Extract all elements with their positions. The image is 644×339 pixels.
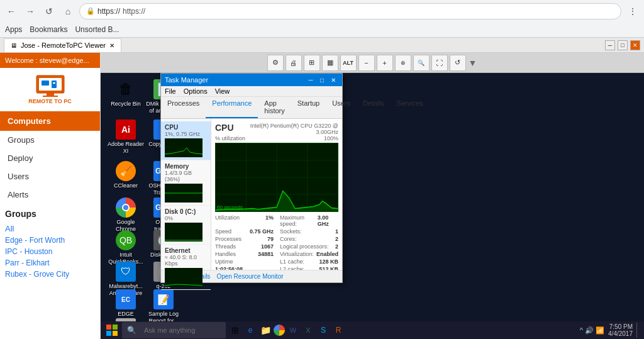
desktop-icon-ccleaner[interactable]: 🧹 CCleaner — [106, 160, 146, 191]
stat-l1-cache-label: L1 cache: — [280, 258, 304, 265]
page-content: Welcome : stevew@edge... — [0, 53, 644, 339]
refresh-toolbar-button[interactable]: ↺ — [450, 55, 466, 71]
desktop-icon-chrome[interactable]: Google Chrome — [106, 196, 146, 234]
group-parr[interactable]: Parr - Elkhart — [5, 257, 95, 269]
nav-computers[interactable]: Computers — [0, 111, 100, 131]
tab-app-history[interactable]: App history — [258, 97, 291, 118]
taskbar-task-view-icon[interactable]: ⊞ — [228, 323, 242, 337]
group-ipc[interactable]: IPC - Houston — [5, 246, 95, 257]
task-manager-titlebar: Task Manager ─ □ ✕ — [161, 74, 342, 86]
taskbar-word-icon[interactable]: W — [286, 323, 300, 337]
stat-max-speed: Maximum speed: 3.00 GHz — [280, 214, 338, 227]
stat-threads-label: Threads — [215, 243, 236, 250]
reload-button[interactable]: ↺ — [42, 4, 57, 19]
nav-deploy[interactable]: Deploy — [0, 149, 100, 167]
rtp-logo-area: REMOTE TO PC — [0, 68, 100, 111]
svg-rect-6 — [53, 82, 55, 84]
close-window-button[interactable]: ✕ — [630, 40, 640, 50]
group-rubex[interactable]: Rubex - Grove City — [5, 269, 95, 280]
maximize-window-button[interactable]: □ — [618, 40, 628, 50]
taskbar-edge-icon[interactable]: e — [243, 323, 257, 337]
task-manager-maximize-button[interactable]: □ — [317, 75, 327, 84]
tab-details[interactable]: Details — [357, 97, 391, 118]
zoom-in-toolbar-button[interactable]: + — [377, 55, 393, 71]
tab-users[interactable]: Users — [326, 97, 357, 118]
perf-memory-mini-graph — [165, 184, 203, 203]
settings-toolbar-button[interactable]: ⚙ — [267, 55, 284, 71]
grid2-toolbar-button[interactable]: ▦ — [322, 55, 338, 71]
tab-processes[interactable]: Processes — [161, 97, 206, 118]
stat-virtualization: Virtualization: Enabled — [280, 251, 338, 257]
perf-ethernet[interactable]: Ethernet ≈ 40.0 S: 8.0 Kbps — [161, 245, 211, 290]
start-button[interactable] — [104, 323, 119, 338]
taskbar-chrome-icon[interactable] — [274, 325, 285, 336]
svg-rect-16 — [113, 331, 118, 336]
task-manager-minimize-button[interactable]: ─ — [306, 75, 316, 84]
task-manager-close-button[interactable]: ✕ — [328, 75, 338, 84]
search-input[interactable] — [139, 323, 221, 337]
svg-rect-13 — [106, 325, 111, 330]
svg-rect-4 — [42, 81, 49, 86]
tm-menu-options[interactable]: Options — [184, 87, 208, 95]
show-desktop-button[interactable] — [636, 323, 640, 338]
cpu-graph-area: 60 seconds — [215, 143, 338, 212]
tm-menu-file[interactable]: File — [165, 87, 176, 95]
back-button[interactable]: ← — [4, 4, 19, 19]
perf-disk[interactable]: Disk 0 (C:) 0% — [161, 206, 211, 245]
stat-cores: Cores: 2 — [280, 236, 338, 242]
utilization-label: % utilization — [215, 135, 245, 142]
tab-startup[interactable]: Startup — [291, 97, 326, 118]
tab-close-icon[interactable]: ✕ — [109, 42, 114, 49]
desktop-icon-sample-log[interactable]: 📝 Sample Log Report for... — [145, 288, 182, 326]
desktop-icon-recycle-bin[interactable]: 🗑 Recycle Bin — [106, 78, 146, 109]
nav-alerts[interactable]: Alerts — [0, 186, 100, 204]
perf-cpu[interactable]: CPU 1%, 0.75 GHz — [161, 121, 211, 160]
perf-memory[interactable]: Memory 1.4/3.9 GB (36%) — [161, 160, 211, 206]
remote-desktop-area[interactable]: 🗑 Recycle Bin 📄 DMik analysis of amoph..… — [101, 73, 644, 339]
desktop-icon-adobe[interactable]: Ai Adobe Reader XI — [106, 118, 146, 156]
adobe-icon: Ai — [116, 119, 136, 140]
minimize-window-button[interactable]: ─ — [605, 40, 615, 50]
stat-max-speed-label: Maximum speed: — [280, 214, 318, 227]
cpu-graph-labels: % utilization 100% — [215, 135, 338, 142]
nav-groups[interactable]: Groups — [0, 131, 100, 149]
zoom-100-toolbar-button[interactable]: 🔍 — [413, 55, 430, 71]
task-manager-window: Task Manager ─ □ ✕ File Options View — [160, 73, 343, 283]
nav-users[interactable]: Users — [0, 167, 100, 186]
extensions-button[interactable]: ⋮ — [625, 4, 640, 19]
grid1-toolbar-button[interactable]: ⊞ — [304, 55, 320, 71]
address-bar[interactable]: 🔒 https:// https:// — [79, 3, 621, 19]
bookmark-bookmarks[interactable]: Bookmarks — [30, 25, 67, 34]
rtp-sidebar: Welcome : stevew@edge... — [0, 53, 101, 339]
stat-cores-value: 2 — [335, 236, 338, 242]
stat-max-speed-value: 3.00 GHz — [318, 214, 338, 227]
bookmark-unsorted[interactable]: Unsorted B... — [75, 25, 119, 34]
home-button[interactable]: ⌂ — [60, 4, 75, 19]
bookmark-apps[interactable]: Apps — [5, 25, 22, 34]
zoom-fit-toolbar-button[interactable]: ⊕ — [395, 55, 411, 71]
taskbar-folder-icon[interactable]: 📁 — [258, 323, 272, 337]
browser-tab[interactable]: 🖥 Jose - RemoteToPC Viewer ✕ — [4, 38, 121, 52]
cpu-subtitle: Intel(R) Pentium(R) CPU G3220 @ 3.00GHz — [234, 123, 338, 135]
perf-cpu-title: CPU — [165, 124, 207, 131]
open-resource-monitor-link[interactable]: Open Resource Monitor — [216, 273, 283, 280]
taskbar-excel-icon[interactable]: X — [301, 323, 315, 337]
group-edge[interactable]: Edge - Fort Worth — [5, 235, 95, 246]
taskbar-search-area[interactable]: 🔍 — [122, 322, 226, 338]
alt-toolbar-button[interactable]: ALT — [340, 55, 357, 71]
tm-menu-view[interactable]: View — [215, 87, 230, 95]
print-toolbar-button[interactable]: 🖨 — [286, 55, 302, 71]
stat-threads-value: 1067 — [261, 243, 274, 250]
taskbar-rtp-icon[interactable]: R — [331, 323, 345, 337]
stat-speed-value: 0.75 GHz — [250, 228, 274, 235]
tab-services[interactable]: Services — [391, 97, 430, 118]
forward-button[interactable]: → — [23, 4, 38, 19]
fullscreen-toolbar-button[interactable]: ⛶ — [431, 55, 448, 71]
group-all[interactable]: All — [5, 223, 95, 235]
tab-title: Jose - RemoteToPC Viewer — [21, 42, 106, 49]
tab-performance[interactable]: Performance — [206, 97, 258, 118]
arrow-down-icon: ▼ — [468, 58, 478, 68]
stat-uptime-value-row: 1:02:56:08 — [215, 266, 274, 270]
zoom-out-toolbar-button[interactable]: − — [358, 55, 375, 71]
taskbar-skype-icon[interactable]: S — [316, 323, 330, 337]
